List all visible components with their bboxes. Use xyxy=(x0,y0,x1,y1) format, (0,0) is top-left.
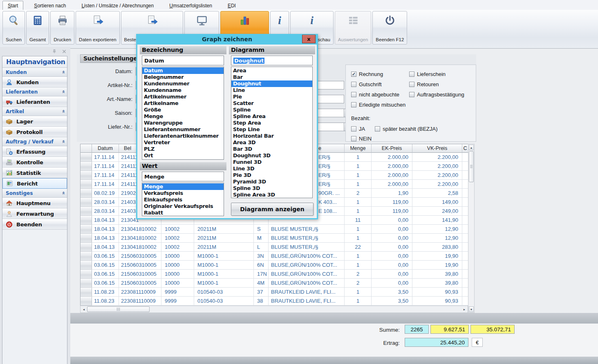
table-row[interactable]: 18.04.132130418100021000220211MLBLUSE MU… xyxy=(81,243,468,252)
sidebar-item-kontrolle[interactable]: Kontrolle xyxy=(2,157,67,167)
ribbon-button-drucken[interactable]: Drucken xyxy=(50,11,74,45)
option-scatter[interactable]: Scatter xyxy=(231,100,312,107)
checkbox-box[interactable] xyxy=(409,82,414,87)
sidebar-section-kunden[interactable]: Kunden» xyxy=(2,68,67,77)
scroll-down-arrow-icon[interactable]: ▼ xyxy=(469,306,474,312)
pin-icon[interactable] xyxy=(52,49,57,54)
row-header-cell[interactable] xyxy=(81,252,92,261)
vertical-scrollbar-thumb[interactable] xyxy=(469,151,474,182)
option-spline-area[interactable]: Spline Area xyxy=(231,113,312,120)
option-spline-3d[interactable]: Spline 3D xyxy=(231,185,312,192)
option-warengruppe[interactable]: Warengruppe xyxy=(142,120,224,126)
row-header-cell[interactable] xyxy=(81,153,92,162)
checkbox-retouren[interactable]: Retouren xyxy=(409,79,476,89)
column-header-d[interactable]: Datum xyxy=(92,144,119,153)
sidebar-item-statistik[interactable]: Statistik xyxy=(2,167,67,178)
checkbox-box[interactable] xyxy=(351,136,356,141)
option-ort[interactable]: Ort xyxy=(142,152,224,159)
option-step-area[interactable]: Step Area xyxy=(231,120,312,126)
option-belegnummer[interactable]: Belegnummer xyxy=(142,74,224,80)
vertical-scrollbar[interactable]: ▲ ▼ xyxy=(468,144,475,313)
checkbox-sp-ter-bezahlt-bezja[interactable]: später bezahlt (BEZJA) xyxy=(375,126,437,132)
option-spline-area-3d[interactable]: Spline Area 3D xyxy=(231,192,312,198)
diagramm-input[interactable]: Doughnut xyxy=(231,56,313,65)
checkbox-box[interactable] xyxy=(351,102,356,107)
sidebar-item-erfassung[interactable]: Erfassung xyxy=(2,146,67,157)
tab-sortieren-nach[interactable]: Sortieren nach xyxy=(29,1,71,10)
checkbox-box[interactable]: ✓ xyxy=(351,71,356,77)
option-artikelname[interactable]: Artikelname xyxy=(142,100,224,107)
option-step-line[interactable]: Step Line xyxy=(231,126,312,133)
table-row[interactable]: 03.06.1521506031000510000M1000-14MBLUSE,… xyxy=(81,279,468,288)
sidebar-item-hauptmenu[interactable]: Hauptmenu xyxy=(2,198,67,208)
tab-listen-ums-tze-abrechnungen[interactable]: Listen / Umsätze / Abrechnungen xyxy=(76,1,159,10)
option-datum[interactable]: Datum xyxy=(142,67,224,74)
option-menge[interactable]: Menge xyxy=(142,113,224,120)
close-icon[interactable] xyxy=(61,49,67,54)
option-verkaufspreis[interactable]: Verkaufspreis xyxy=(142,190,224,197)
sidebar-section-sonstiges[interactable]: Sonstiges» xyxy=(2,189,67,198)
bezeichnung-input[interactable]: Datum xyxy=(142,56,224,65)
sidebar-item-lieferanten[interactable]: Lieferanten xyxy=(2,96,67,107)
table-row[interactable]: 11.08.232230811100099999010540-0338BRAUT… xyxy=(81,297,468,306)
table-row[interactable]: 11.08.232230811100099999010540-0337BRAUT… xyxy=(81,288,468,297)
table-row[interactable]: 03.06.1521506031000510000M1000-16NBLUSE,… xyxy=(81,261,468,270)
option-line-3d[interactable]: Line 3D xyxy=(231,165,312,172)
horizontal-scrollbar-thumb[interactable] xyxy=(87,306,150,312)
tab-umsatzerfolgslisten[interactable]: Umsatzerfolgslisten xyxy=(164,1,217,10)
option-originaler-verkaufspreis[interactable]: Originaler Verkaufspreis xyxy=(142,203,224,210)
sidebar-item-lager[interactable]: Lager xyxy=(2,116,67,127)
scroll-left-arrow-icon[interactable]: ◄ xyxy=(81,306,87,312)
row-header-cell[interactable] xyxy=(81,243,92,252)
sidebar-item-fernwartung[interactable]: Fernwartung xyxy=(2,208,67,219)
checkbox-box[interactable] xyxy=(351,126,356,132)
option-horizontal-bar[interactable]: Horizontal Bar xyxy=(231,133,312,139)
table-row[interactable]: 03.06.1521506031000510000M1000-117NBLUSE… xyxy=(81,270,468,279)
wert-input[interactable]: Menge xyxy=(142,172,224,181)
option-area[interactable]: Area xyxy=(231,67,312,74)
dialog-close-button[interactable]: x xyxy=(302,35,316,43)
ribbon-button-beenden-f12[interactable]: Beenden F12 xyxy=(372,11,407,45)
sidebar-section-artikel[interactable]: Artikel» xyxy=(2,107,67,116)
column-header-vk[interactable]: VK-Preis xyxy=(412,144,462,153)
option-line[interactable]: Line xyxy=(231,87,312,94)
tab-start[interactable]: Start xyxy=(2,1,23,10)
checkbox-lieferschein[interactable]: Lieferschein xyxy=(409,69,476,79)
option-vertreter[interactable]: Vertreter xyxy=(142,139,224,146)
horizontal-scrollbar[interactable]: ◄ ► xyxy=(80,306,468,313)
checkbox-rechnung[interactable]: ✓Rechnung xyxy=(351,69,409,79)
checkbox-nicht-abgebuchte[interactable]: nicht abgebuchte xyxy=(351,89,409,100)
row-header-cell[interactable] xyxy=(81,234,92,243)
checkbox-erledigte-mitsuchen[interactable]: Erledigte mitsuchen xyxy=(351,100,409,110)
sidebar-item-kunden[interactable]: Kunden xyxy=(2,77,67,87)
checkbox-box[interactable] xyxy=(351,82,356,87)
row-header-cell[interactable] xyxy=(81,279,92,288)
option-gr-e[interactable]: Größe xyxy=(142,107,224,113)
column-header-c[interactable]: C xyxy=(462,144,468,153)
row-header-cell[interactable] xyxy=(81,216,92,225)
row-header-cell[interactable] xyxy=(81,180,92,189)
table-row[interactable]: 03.06.1521506031000510000M1000-13NBLUSE,… xyxy=(81,252,468,261)
checkbox-box[interactable] xyxy=(375,126,380,132)
option-einkaufspreis[interactable]: Einkaufspreis xyxy=(142,197,224,203)
option-plz[interactable]: PLZ xyxy=(142,146,224,152)
option-area-3d[interactable]: Area 3D xyxy=(231,139,312,146)
checkbox-gutschrift[interactable]: Gutschrift xyxy=(351,79,409,89)
option-lieferantennummer[interactable]: Lieferantennummer xyxy=(142,126,224,133)
row-header-cell[interactable] xyxy=(81,225,92,234)
checkbox-box[interactable] xyxy=(409,71,414,77)
option-funnel-3d[interactable]: Funnel 3D xyxy=(231,159,312,165)
checkbox-box[interactable] xyxy=(409,92,414,97)
sidebar-item-beenden[interactable]: Beenden xyxy=(2,219,67,230)
row-header-cell[interactable] xyxy=(81,261,92,270)
option-pyramid-3d[interactable]: Pyramid 3D xyxy=(231,179,312,185)
row-header-cell[interactable] xyxy=(81,171,92,180)
sidebar-section-lieferanten[interactable]: Lieferanten» xyxy=(2,87,67,96)
row-header-cell[interactable] xyxy=(81,189,92,198)
option-bar[interactable]: Bar xyxy=(231,74,312,80)
option-doughnut-3d[interactable]: Doughnut 3D xyxy=(231,152,312,159)
tab-edi[interactable]: EDI xyxy=(223,1,241,10)
option-rabatt[interactable]: Rabatt xyxy=(142,210,224,216)
option-artikelnummer[interactable]: Artikelnummer xyxy=(142,94,224,100)
show-diagram-button[interactable]: Diagramm anzeigen xyxy=(231,203,314,216)
